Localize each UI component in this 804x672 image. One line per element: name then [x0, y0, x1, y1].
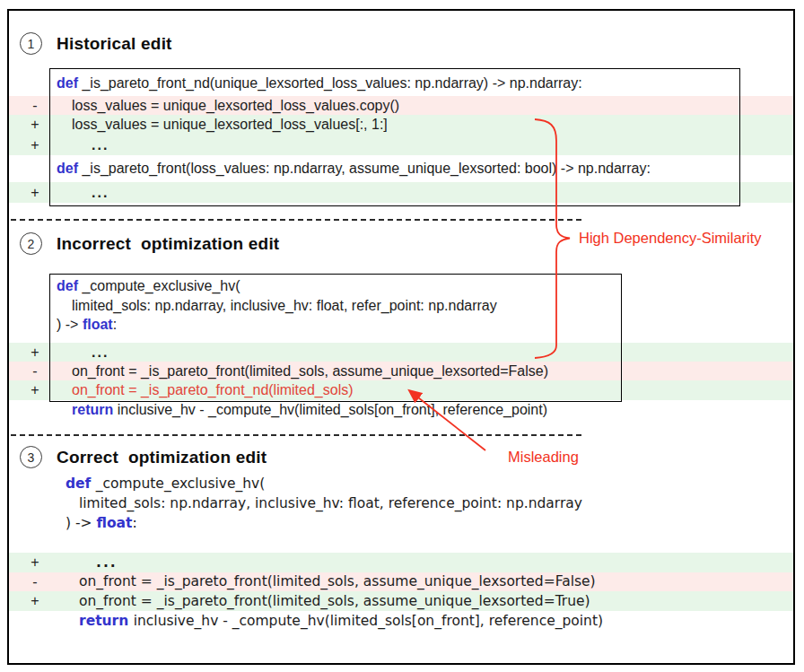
- keyword-token: float: [83, 317, 113, 332]
- code-text: loss_values = unique_lexsorted_loss_valu…: [9, 96, 793, 115]
- code-token: on_front = _is_pareto_front(limited_sols…: [72, 363, 548, 379]
- code-text: def _compute_exclusive_hv(: [9, 474, 793, 493]
- keyword-token: return: [79, 613, 134, 629]
- code-text: def _compute_exclusive_hv(: [9, 275, 793, 296]
- dashed-separator-1: [11, 219, 581, 221]
- code-text: ) -> float:: [9, 315, 793, 335]
- code-text: def _is_pareto_front_nd(unique_lexsorted…: [9, 70, 793, 96]
- code-line: limited_sols: np.ndarray, inclusive_hv: …: [9, 493, 793, 513]
- section-number-badge: 3: [20, 446, 42, 468]
- diff-add-marker: +: [23, 182, 47, 203]
- code-text: ...: [9, 182, 793, 203]
- dashed-separator-2: [11, 434, 581, 436]
- code-text: limited_sols: np.ndarray, inclusive_hv: …: [9, 493, 793, 513]
- diff-del-marker: -: [23, 572, 47, 591]
- section-title: Historical edit: [57, 34, 172, 54]
- code-text: ...: [9, 343, 793, 362]
- code-token: inclusive_hv - _compute_hv(limited_sols[…: [118, 402, 547, 417]
- code-token: on_front = _is_pareto_front(limited_sols…: [79, 573, 596, 589]
- code-spacer: [9, 335, 793, 343]
- code-token: :: [113, 317, 117, 332]
- code-token: ...: [92, 185, 109, 200]
- code-token: ...: [96, 554, 118, 571]
- code-line: def _is_pareto_front(loss_values: np.nda…: [9, 155, 793, 182]
- code-line: return inclusive_hv - _compute_hv(limite…: [9, 611, 793, 631]
- code-line: +on_front = _is_pareto_front(limited_sol…: [9, 591, 793, 611]
- code-line: +on_front = _is_pareto_front_nd(limited_…: [9, 380, 793, 400]
- code-token: _is_pareto_front_nd(unique_lexsorted_los…: [82, 75, 581, 91]
- code-line: ) -> float:: [9, 513, 793, 533]
- code-token: limited_sols: np.ndarray, inclusive_hv: …: [72, 298, 497, 313]
- code-text: return inclusive_hv - _compute_hv(limite…: [9, 611, 793, 631]
- code-text: on_front = _is_pareto_front(limited_sols…: [9, 362, 793, 380]
- code-token: inclusive_hv - _compute_hv(limited_sols[…: [134, 613, 603, 629]
- code-block-historical: def _is_pareto_front_nd(unique_lexsorted…: [9, 70, 793, 203]
- keyword-token: float: [96, 515, 132, 531]
- code-text: limited_sols: np.ndarray, inclusive_hv: …: [9, 296, 793, 315]
- section-number-badge: 1: [20, 32, 42, 55]
- code-token: loss_values = unique_lexsorted_loss_valu…: [72, 98, 399, 113]
- code-line: -on_front = _is_pareto_front(limited_sol…: [9, 572, 793, 591]
- code-line: limited_sols: np.ndarray, inclusive_hv: …: [9, 296, 793, 315]
- code-token: limited_sols: np.ndarray, inclusive_hv: …: [79, 495, 582, 511]
- figure-canvas: 1 Historical edit def _is_pareto_front_n…: [0, 0, 804, 672]
- code-text: ) -> float:: [9, 513, 793, 533]
- diff-add-marker: +: [23, 115, 47, 135]
- diff-del-marker: -: [23, 96, 47, 115]
- code-line: ) -> float:: [9, 315, 793, 335]
- code-token: ...: [92, 345, 109, 360]
- misleading-label: Misleading: [508, 449, 579, 466]
- section-1-header: 1 Historical edit: [20, 32, 172, 55]
- code-token: :: [133, 515, 137, 531]
- diff-add-marker: +: [23, 591, 47, 611]
- section-number-badge: 2: [20, 232, 42, 255]
- keyword-token: return: [72, 402, 118, 417]
- code-line: -on_front = _is_pareto_front(limited_sol…: [9, 362, 793, 380]
- code-block-incorrect: def _compute_exclusive_hv(limited_sols: …: [9, 275, 793, 420]
- code-text: def _is_pareto_front(loss_values: np.nda…: [9, 155, 793, 182]
- diff-add-marker: +: [23, 343, 47, 362]
- code-block-correct: def _compute_exclusive_hv(limited_sols: …: [9, 474, 793, 631]
- diff-add-marker: +: [23, 380, 47, 400]
- code-token: _compute_exclusive_hv(: [82, 278, 240, 293]
- code-text: return inclusive_hv - _compute_hv(limite…: [9, 400, 793, 420]
- code-token: on_front = _is_pareto_front_nd(limited_s…: [72, 382, 354, 397]
- code-token: on_front = _is_pareto_front(limited_sols…: [79, 593, 590, 609]
- keyword-token: def: [66, 476, 96, 492]
- dependency-similarity-label: High Dependency-Similarity: [579, 230, 762, 247]
- code-line: +loss_values = unique_lexsorted_loss_val…: [9, 115, 793, 135]
- section-title: Incorrect optimization edit: [57, 234, 279, 254]
- code-text: loss_values = unique_lexsorted_loss_valu…: [9, 115, 793, 135]
- keyword-token: def: [57, 278, 82, 293]
- code-text: ...: [9, 553, 793, 572]
- keyword-token: def: [57, 75, 82, 91]
- code-line: +...: [9, 135, 793, 155]
- code-token: ) ->: [66, 515, 96, 531]
- diff-del-marker: -: [23, 362, 47, 380]
- diff-add-marker: +: [23, 135, 47, 155]
- code-line: +...: [9, 553, 793, 572]
- keyword-token: def: [57, 161, 82, 176]
- code-text: on_front = _is_pareto_front(limited_sols…: [9, 572, 793, 591]
- code-line: def _compute_exclusive_hv(: [9, 474, 793, 493]
- section-2-header: 2 Incorrect optimization edit: [20, 232, 279, 255]
- section-3-header: 3 Correct optimization edit: [20, 446, 267, 468]
- code-line: -loss_values = unique_lexsorted_loss_val…: [9, 96, 793, 115]
- code-token: _compute_exclusive_hv(: [96, 476, 266, 492]
- code-line: return inclusive_hv - _compute_hv(limite…: [9, 400, 793, 420]
- code-token: ) ->: [57, 317, 83, 332]
- diff-add-marker: +: [23, 553, 47, 572]
- code-line: def _is_pareto_front_nd(unique_lexsorted…: [9, 70, 793, 96]
- code-line: +...: [9, 343, 793, 362]
- code-token: ...: [92, 137, 109, 153]
- code-token: _is_pareto_front(loss_values: np.ndarray…: [82, 161, 650, 176]
- code-token: loss_values = unique_lexsorted_loss_valu…: [72, 117, 388, 132]
- section-title: Correct optimization edit: [57, 448, 267, 467]
- code-spacer: [9, 533, 793, 553]
- code-text: on_front = _is_pareto_front(limited_sols…: [9, 591, 793, 611]
- code-text: on_front = _is_pareto_front_nd(limited_s…: [9, 380, 793, 400]
- code-line: +...: [9, 182, 793, 203]
- code-text: ...: [9, 135, 793, 155]
- code-line: def _compute_exclusive_hv(: [9, 275, 793, 296]
